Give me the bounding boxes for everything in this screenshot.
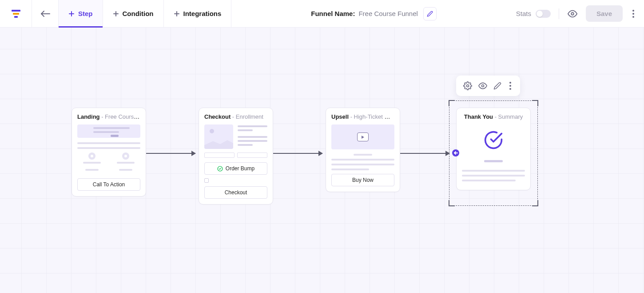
more-menu-button[interactable] [631,8,636,20]
tab-step[interactable]: Step [59,0,103,27]
thumbnail-inputs [204,153,267,158]
node-landing[interactable]: Landing - Free Course Of... Call To Acti… [72,108,146,197]
plus-icon [174,11,180,17]
save-button[interactable]: Save [586,5,623,22]
placeholder-line [462,180,516,181]
success-check-icon [462,124,525,156]
node-context-toolbar [456,76,520,96]
node-title: Checkout - Enrollment [204,113,267,120]
connector-arrow[interactable] [273,153,322,154]
action-tabs: Step Condition Integrations [59,0,231,27]
svg-rect-2 [14,16,18,18]
divider [559,8,559,19]
right-toolbar: Stats Save [516,0,644,27]
connector-arrow[interactable] [146,153,195,154]
preview-button[interactable] [567,8,578,19]
play-icon [357,132,369,141]
plus-icon [113,11,119,17]
placeholder-line [331,164,394,165]
placeholder-line [331,169,369,170]
node-title: Upsell - High-Ticket Of... [331,113,394,120]
node-cta-button[interactable]: Checkout [204,186,267,199]
node-title: Landing - Free Course Of... [77,113,140,120]
tab-step-label: Step [78,10,93,17]
thumbnail-hero [77,124,140,138]
eye-icon [478,81,487,90]
svg-point-3 [571,12,574,15]
stats-toggle-wrap: Stats [516,10,551,18]
node-edit-button[interactable] [493,82,501,90]
check-circle-icon [217,166,223,172]
placeholder-line [462,175,525,177]
funnel-name-value: Free Course Funnel [358,10,417,17]
placeholder-line [354,154,373,156]
placeholder-line [77,142,140,144]
edit-funnel-name-button[interactable] [423,7,437,20]
placeholder-line [462,170,525,172]
tab-condition[interactable]: Condition [103,0,164,27]
connector-arrow[interactable] [400,153,449,154]
node-input-port[interactable] [452,149,459,157]
node-more-button[interactable] [508,80,513,92]
thumbnail-form [204,124,267,149]
top-toolbar: Step Condition Integrations Funnel Name:… [0,0,644,28]
pencil-icon [493,82,501,90]
kebab-icon [508,80,513,92]
thumbnail-features [77,153,140,174]
pencil-icon [427,11,433,17]
funnel-name-label: Funnel Name: [311,10,355,17]
eye-icon [568,9,577,19]
funnel-title-area: Funnel Name: Free Course Funnel [231,0,516,27]
app-logo[interactable] [0,0,32,27]
tab-condition-label: Condition [123,10,154,17]
placeholder-line [77,147,140,149]
stats-toggle[interactable] [536,10,551,18]
placeholder-line [331,159,394,161]
canvas[interactable]: Landing - Free Course Of... Call To Acti… [0,28,644,293]
back-button[interactable] [32,0,59,27]
node-settings-button[interactable] [463,81,472,90]
svg-point-5 [467,85,469,87]
svg-rect-1 [13,13,19,15]
node-checkout[interactable]: Checkout - Enrollment Order Bump Checkou… [199,108,273,205]
svg-point-6 [482,85,484,87]
tab-integrations[interactable]: Integrations [164,0,232,27]
order-bump-button[interactable]: Order Bump [204,162,267,175]
thumbnail-video [331,124,394,149]
tab-integrations-label: Integrations [183,10,222,17]
node-thankyou[interactable]: Thank You - Summary [456,108,531,190]
placeholder-line [484,160,503,162]
checkbox-placeholder [204,178,209,183]
node-cta-button[interactable]: Call To Action [77,178,140,191]
plus-icon [68,11,75,17]
stats-label: Stats [516,10,531,17]
node-cta-button[interactable]: Buy Now [331,174,394,186]
svg-rect-0 [12,10,20,12]
node-upsell[interactable]: Upsell - High-Ticket Of... Buy Now [326,108,400,192]
gear-icon [463,81,472,90]
node-title: Thank You - Summary [462,113,525,120]
node-preview-button[interactable] [478,81,487,90]
